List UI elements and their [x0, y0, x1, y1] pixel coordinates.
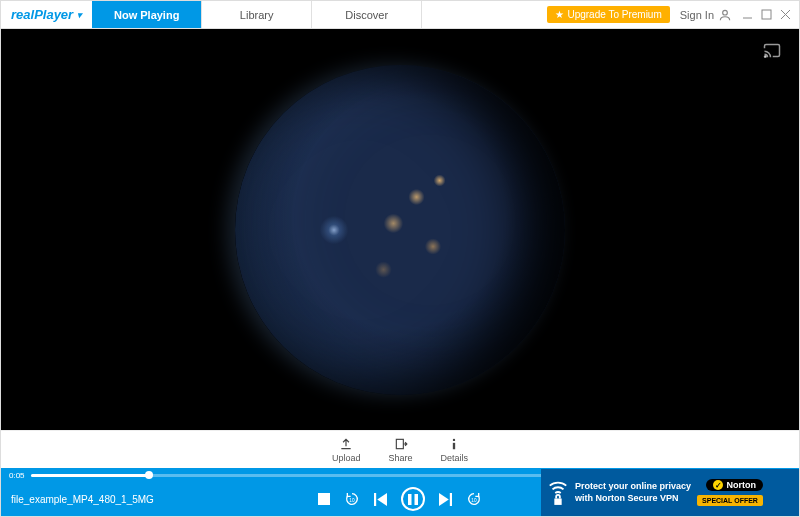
- tab-now-playing[interactable]: Now Playing: [92, 1, 202, 28]
- svg-rect-11: [374, 493, 376, 506]
- svg-text:10: 10: [471, 498, 477, 503]
- check-icon: ✓: [713, 480, 723, 490]
- top-right-controls: ★ Upgrade To Premium Sign In: [539, 1, 799, 28]
- svg-rect-13: [408, 494, 412, 505]
- wifi-lock-icon: [547, 478, 569, 508]
- next-button[interactable]: [439, 493, 452, 506]
- seek-fill: [31, 474, 149, 477]
- chevron-down-icon: ▾: [77, 10, 82, 20]
- seek-thumb[interactable]: [145, 471, 153, 479]
- star-icon: ★: [555, 9, 564, 20]
- window-controls: [742, 9, 791, 20]
- svg-rect-14: [415, 494, 419, 505]
- svg-text:10: 10: [349, 498, 355, 503]
- current-time: 0:05: [9, 471, 25, 480]
- pause-icon: [408, 494, 418, 505]
- svg-marker-15: [439, 493, 449, 506]
- upload-icon: [339, 437, 353, 451]
- logo-text: realPlayer: [11, 7, 73, 22]
- signin-button[interactable]: Sign In: [680, 8, 732, 22]
- close-icon[interactable]: [780, 9, 791, 20]
- forward-10-button[interactable]: 10: [466, 491, 482, 507]
- svg-point-7: [453, 438, 455, 440]
- share-button[interactable]: Share: [388, 437, 412, 463]
- promo-badge-group: ✓ Norton SPECIAL OFFER: [697, 479, 763, 506]
- svg-rect-2: [762, 10, 771, 19]
- norton-promo[interactable]: Protect your online privacy with Norton …: [541, 469, 799, 516]
- previous-button[interactable]: [374, 493, 387, 506]
- norton-badge: ✓ Norton: [706, 479, 763, 491]
- tab-library[interactable]: Library: [202, 1, 312, 28]
- svg-marker-12: [377, 493, 387, 506]
- info-icon: [447, 437, 461, 451]
- svg-rect-16: [450, 493, 452, 506]
- share-icon: [394, 437, 408, 451]
- user-icon: [718, 8, 732, 22]
- svg-rect-8: [453, 442, 455, 448]
- upload-button[interactable]: Upload: [332, 437, 361, 463]
- svg-point-5: [765, 56, 767, 58]
- video-viewport[interactable]: [1, 29, 799, 430]
- top-bar: realPlayer ▾ Now Playing Library Discove…: [1, 1, 799, 29]
- video-content-earth: [235, 65, 565, 395]
- rewind-10-button[interactable]: 10: [344, 491, 360, 507]
- tab-discover[interactable]: Discover: [312, 1, 422, 28]
- stop-button[interactable]: [318, 493, 330, 505]
- filename-label: file_example_MP4_480_1_5MG: [11, 494, 154, 505]
- play-pause-button[interactable]: [401, 487, 425, 511]
- upgrade-button[interactable]: ★ Upgrade To Premium: [547, 6, 669, 23]
- details-button[interactable]: Details: [441, 437, 469, 463]
- app-logo[interactable]: realPlayer ▾: [1, 1, 92, 28]
- special-offer-badge: SPECIAL OFFER: [697, 495, 763, 506]
- transport-controls: 10 10: [318, 487, 482, 511]
- action-row: Upload Share Details: [1, 430, 799, 468]
- nav-tabs: Now Playing Library Discover: [92, 1, 539, 28]
- svg-point-0: [723, 10, 728, 15]
- svg-rect-6: [396, 439, 403, 448]
- svg-rect-25: [554, 498, 561, 504]
- svg-rect-9: [318, 493, 330, 505]
- minimize-icon[interactable]: [742, 9, 753, 20]
- promo-text: Protect your online privacy with Norton …: [575, 481, 691, 504]
- maximize-icon[interactable]: [761, 9, 772, 20]
- cast-icon[interactable]: [763, 43, 781, 58]
